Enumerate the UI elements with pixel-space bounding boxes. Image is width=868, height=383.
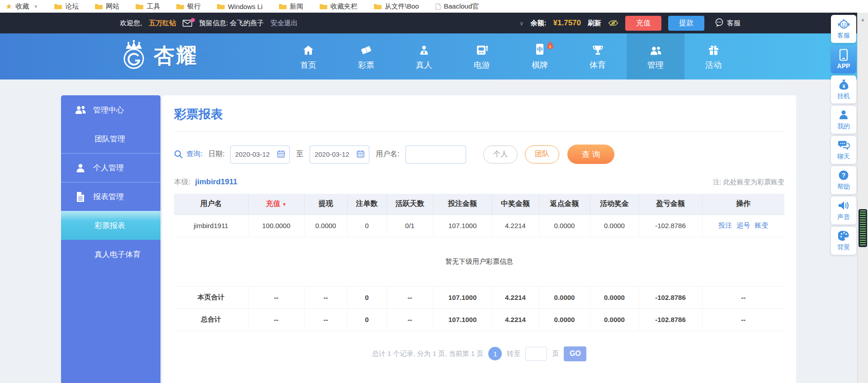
- team-filter-button[interactable]: 团队: [525, 145, 559, 163]
- refresh-link[interactable]: 刷新: [588, 19, 601, 28]
- table-cell: 0: [347, 308, 387, 331]
- sidebar-item-live-esports[interactable]: 真人电子体育: [61, 240, 160, 269]
- float-button-background[interactable]: 背景: [831, 227, 856, 255]
- balance-value: ¥1.7570: [553, 19, 581, 28]
- bookmark-item[interactable]: 从文件\Boo: [374, 2, 419, 11]
- customer-service-link[interactable]: 客服: [715, 18, 741, 28]
- float-button-app[interactable]: APP: [831, 45, 856, 73]
- action-link[interactable]: 追号: [736, 221, 750, 229]
- sidebar-item-personal-manage[interactable]: 个人管理: [61, 153, 160, 182]
- table-row: jimbird1911100.00000.000000/1107.10004.2…: [174, 215, 784, 237]
- bookmark-item[interactable]: 新闻: [279, 2, 303, 11]
- moneybag-icon: ¥: [838, 79, 849, 90]
- nav-item-label: 活动: [705, 60, 722, 70]
- folder-icon: [217, 4, 225, 9]
- sidebar-item-manage-center[interactable]: 管理中心: [61, 95, 160, 124]
- nav-item-activity[interactable]: 活动: [684, 33, 742, 79]
- divider: [174, 131, 784, 132]
- date-label: 日期:: [208, 149, 224, 159]
- float-button-chat[interactable]: 聊天: [831, 136, 856, 164]
- calendar-icon: [357, 150, 364, 159]
- sidebar-item-label: 团队管理: [94, 134, 125, 144]
- sidebar-item-label: 彩票报表: [94, 220, 125, 231]
- scrollbar-thumb[interactable]: [859, 209, 867, 247]
- site-logo[interactable]: 杏耀: [118, 39, 198, 73]
- user-icon: [838, 109, 849, 121]
- sidebar-item-label: 管理中心: [93, 105, 124, 115]
- svg-text:?: ?: [842, 172, 846, 179]
- nav-item-home[interactable]: 首页: [279, 33, 337, 79]
- table-cell: 0: [347, 215, 387, 237]
- chevron-down-icon[interactable]: ▼: [33, 4, 38, 9]
- table-header-8: 活动奖金: [590, 194, 639, 215]
- sidebar-item-team-manage[interactable]: 团队管理: [61, 124, 160, 153]
- account-topbar: 欢迎您, 五万红钻 预留信息: 会飞的燕子 安全退出 ∨ 余额: ¥1.7570…: [0, 13, 868, 33]
- to-label: 至: [296, 149, 303, 159]
- table-header-1[interactable]: 充值▼: [248, 194, 304, 215]
- withdraw-button[interactable]: 提款: [668, 16, 704, 31]
- folder-icon: [279, 4, 287, 9]
- nav-item-live[interactable]: 真人: [395, 33, 453, 79]
- bookmark-item[interactable]: Windows Li: [217, 3, 263, 10]
- nav-item-sports[interactable]: 体育: [569, 33, 627, 79]
- username-input[interactable]: [406, 145, 466, 163]
- go-button[interactable]: GO: [564, 346, 586, 361]
- sidebar-item-label: 真人电子体育: [94, 249, 141, 260]
- nav-item-lottery[interactable]: 彩票: [337, 33, 395, 79]
- page-number-button[interactable]: 1: [488, 347, 502, 360]
- nav-item-manage[interactable]: 管理: [627, 33, 684, 79]
- sidebar-item-lottery-report[interactable]: 彩票报表: [61, 211, 160, 240]
- float-button-label: 挂机: [837, 92, 850, 100]
- page-icon: [435, 3, 441, 10]
- bookmark-item[interactable]: 银行: [176, 2, 201, 11]
- float-button-mine[interactable]: 我的: [831, 106, 856, 134]
- nav-item-egame[interactable]: 电游: [453, 33, 511, 79]
- bookmark-item[interactable]: 工具: [136, 2, 160, 11]
- page-unit-label: 页: [552, 350, 559, 358]
- user-cell-link[interactable]: jimbird1911: [174, 215, 248, 237]
- search-button[interactable]: 查 询: [567, 145, 614, 164]
- bookmark-item[interactable]: 论坛: [54, 2, 79, 11]
- date-to-input[interactable]: 2020-03-12: [310, 145, 369, 163]
- bookmark-favorites[interactable]: ★ 收藏: [5, 2, 29, 11]
- table-cell: 0.0000: [590, 215, 639, 237]
- folder-icon: [374, 4, 382, 9]
- team-icon: [75, 105, 86, 115]
- username-label: 用户名:: [376, 149, 399, 159]
- bookmark-label: 收藏: [15, 2, 29, 11]
- float-button-hangup[interactable]: ¥挂机: [831, 75, 856, 103]
- nav-item-board[interactable]: 中棋牌: [511, 33, 569, 79]
- phone-icon: [839, 49, 848, 61]
- float-button-service[interactable]: 客服: [831, 15, 856, 43]
- envelope-icon[interactable]: [183, 20, 192, 27]
- bookmark-item[interactable]: 网站: [95, 2, 119, 11]
- date-from-input[interactable]: 2020-03-12: [230, 145, 290, 163]
- table-cell: 0/1: [387, 215, 433, 237]
- pagination: 总计 1 个记录, 分为 1 页, 当前第 1 页 1 转至 页 GO: [174, 346, 784, 361]
- float-button-help[interactable]: ?帮助: [831, 166, 856, 194]
- logout-link[interactable]: 安全退出: [271, 19, 298, 28]
- balance-label: 余额:: [531, 19, 547, 28]
- personal-filter-button[interactable]: 个人: [483, 145, 518, 163]
- scroll-up-icon[interactable]: ▲: [858, 17, 868, 22]
- sidebar-item-report-manage[interactable]: 报表管理: [61, 182, 160, 211]
- crown-emblem-icon: [118, 39, 150, 73]
- float-button-sound[interactable]: 声音: [831, 196, 856, 224]
- table-cell: --: [702, 308, 784, 331]
- profit-cell: -102.8786: [639, 286, 702, 308]
- bookmark-item[interactable]: 收藏夹栏: [320, 2, 358, 11]
- scrollbar[interactable]: ▲: [857, 13, 868, 383]
- table-cell: 0.0000: [539, 286, 590, 308]
- action-link[interactable]: 投注: [718, 221, 732, 229]
- search-icon: [174, 150, 183, 159]
- date-from-value: 2020-03-12: [235, 150, 270, 158]
- eye-slash-icon[interactable]: [608, 19, 618, 27]
- table-header-10: 操作: [702, 194, 784, 215]
- action-link[interactable]: 账变: [755, 221, 768, 229]
- bookmark-item-baacloud[interactable]: Baacloud官: [435, 2, 479, 11]
- chevron-down-icon[interactable]: ∨: [519, 20, 524, 27]
- recharge-button[interactable]: 充值: [625, 16, 661, 31]
- goto-page-input[interactable]: [525, 347, 547, 361]
- level-user-link[interactable]: jimbird1911: [195, 177, 237, 187]
- table-header-7: 返点金额: [539, 194, 590, 215]
